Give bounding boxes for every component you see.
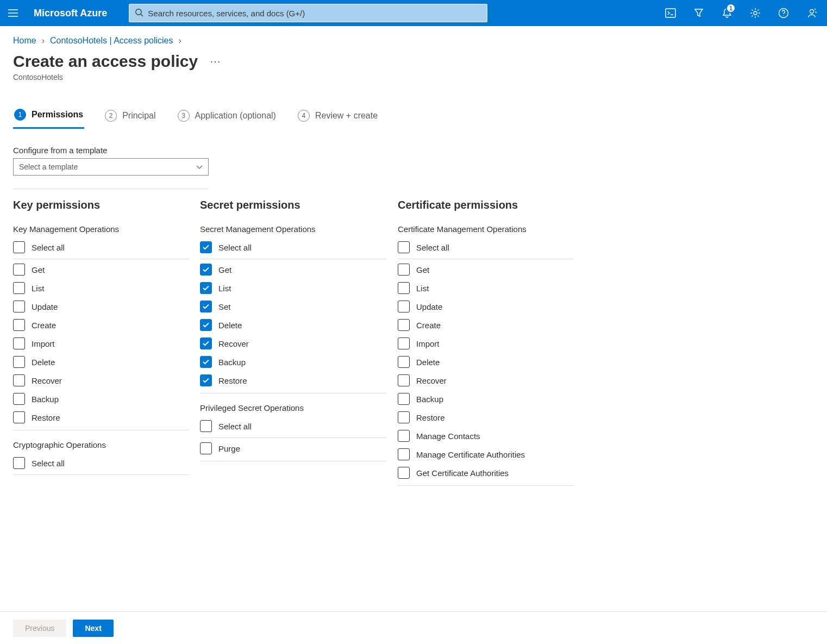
search-box[interactable] [129, 4, 487, 22]
checkbox-label: Recover [416, 376, 447, 385]
tab-permissions[interactable]: 1 Permissions [13, 104, 84, 129]
permission-checkbox[interactable]: Create [398, 316, 574, 334]
permission-checkbox[interactable]: Recover [13, 371, 189, 390]
column-secret: Secret permissionsSecret Management Oper… [200, 199, 387, 496]
permission-checkbox[interactable]: List [13, 279, 189, 297]
checkbox-label: Backup [218, 358, 246, 367]
previous-button[interactable]: Previous [13, 620, 66, 637]
checkbox-label: List [32, 284, 44, 293]
checkbox-icon [13, 319, 25, 331]
permission-checkbox[interactable]: Delete [13, 353, 189, 371]
permission-checkbox[interactable]: Manage Contacts [398, 427, 574, 445]
breadcrumb: Home › ContosoHotels | Access policies › [0, 26, 827, 49]
permission-checkbox[interactable]: Backup [200, 353, 387, 371]
checkbox-icon [13, 301, 25, 312]
permission-checkbox[interactable]: Manage Certificate Authorities [398, 445, 574, 464]
permission-checkbox[interactable]: Restore [13, 408, 189, 430]
svg-point-4 [810, 10, 814, 14]
tab-label: Permissions [32, 110, 83, 120]
column-heading: Secret permissions [200, 199, 387, 211]
column-key: Key permissionsKey Management Operations… [13, 199, 189, 496]
next-button[interactable]: Next [73, 620, 113, 637]
checkbox-label: Recover [218, 339, 249, 348]
breadcrumb-parent[interactable]: ContosoHotels | Access policies [50, 36, 173, 46]
group-heading: Secret Management Operations [200, 224, 387, 234]
select-all-checkbox[interactable]: Select all [200, 238, 387, 259]
permission-checkbox[interactable]: Update [398, 297, 574, 316]
settings-icon[interactable] [742, 0, 768, 26]
template-select[interactable]: Select a template [13, 158, 209, 176]
divider [13, 189, 209, 189]
permission-checkbox[interactable]: Recover [398, 371, 574, 390]
permission-checkbox[interactable]: Restore [398, 408, 574, 427]
checkbox-label: Get [416, 265, 429, 274]
cloud-shell-icon[interactable] [657, 0, 684, 26]
permission-checkbox[interactable]: Purge [200, 439, 387, 461]
permission-checkbox[interactable]: Get [398, 260, 574, 279]
permission-checkbox[interactable]: Set [200, 297, 387, 316]
select-all-checkbox[interactable]: Select all [13, 238, 189, 259]
brand-label[interactable]: Microsoft Azure [28, 8, 117, 19]
permission-checkbox[interactable]: Get Certificate Authorities [398, 464, 574, 486]
permission-checkbox[interactable]: Backup [13, 390, 189, 408]
checkbox-icon [200, 319, 212, 331]
help-icon[interactable] [770, 0, 797, 26]
checkbox-icon [398, 241, 410, 253]
breadcrumb-home[interactable]: Home [13, 36, 36, 46]
permission-checkbox[interactable]: Create [13, 316, 189, 334]
checkbox-icon [13, 264, 25, 276]
tab-application[interactable]: 3 Application (optional) [177, 105, 277, 128]
permission-checkbox[interactable]: List [398, 279, 574, 297]
checkbox-label: Set [218, 302, 231, 311]
select-all-checkbox[interactable]: Select all [398, 238, 574, 259]
checkbox-icon [13, 337, 25, 349]
tab-label: Review + create [315, 111, 378, 121]
checkbox-label: Delete [416, 358, 440, 367]
checkbox-label: Get Certificate Authorities [416, 468, 509, 478]
permission-checkbox[interactable]: List [200, 279, 387, 297]
tab-review-create[interactable]: 4 Review + create [297, 105, 379, 128]
svg-point-0 [136, 9, 141, 14]
permission-checkbox[interactable]: Import [13, 334, 189, 353]
group-heading: Privileged Secret Operations [200, 403, 387, 412]
feedback-icon[interactable] [799, 0, 825, 26]
column-heading: Key permissions [13, 199, 189, 211]
permission-checkbox[interactable]: Backup [398, 390, 574, 408]
search-icon [135, 8, 143, 18]
select-all-checkbox[interactable]: Select all [200, 417, 387, 438]
chevron-right-icon: › [42, 36, 45, 46]
group-heading: Cryptographic Operations [13, 440, 189, 449]
permission-checkbox[interactable]: Import [398, 334, 574, 353]
permission-checkbox[interactable]: Get [200, 260, 387, 279]
permission-checkbox[interactable]: Restore [200, 371, 387, 393]
permission-checkbox[interactable]: Get [13, 260, 189, 279]
wizard-tabs: 1 Permissions 2 Principal 3 Application … [0, 104, 827, 129]
checkbox-icon [200, 374, 212, 386]
checkbox-label: Select all [32, 459, 65, 468]
checkbox-label: Delete [32, 358, 55, 367]
checkbox-label: Update [32, 302, 58, 311]
permission-checkbox[interactable]: Delete [398, 353, 574, 371]
permission-checkbox[interactable]: Delete [200, 316, 387, 334]
menu-icon[interactable] [0, 0, 26, 26]
checkbox-icon [200, 301, 212, 312]
permission-checkbox[interactable]: Update [13, 297, 189, 316]
checkbox-icon [398, 301, 410, 312]
tab-principal[interactable]: 2 Principal [104, 105, 156, 128]
directory-filter-icon[interactable] [686, 0, 712, 26]
group-heading: Certificate Management Operations [398, 224, 574, 234]
notifications-icon[interactable]: 1 [714, 0, 740, 26]
more-menu-icon[interactable]: ⋯ [208, 53, 224, 70]
svg-rect-1 [666, 9, 675, 17]
column-heading: Certificate permissions [398, 199, 574, 211]
checkbox-label: Create [416, 321, 441, 330]
template-select-value: Select a template [19, 162, 78, 171]
tab-label: Application (optional) [195, 111, 276, 121]
checkbox-icon [13, 411, 25, 423]
permission-checkbox[interactable]: Recover [200, 334, 387, 353]
search-input[interactable] [148, 9, 481, 18]
checkbox-icon [200, 282, 212, 294]
chevron-right-icon: › [179, 36, 181, 46]
select-all-checkbox[interactable]: Select all [13, 454, 189, 475]
checkbox-icon [398, 337, 410, 349]
